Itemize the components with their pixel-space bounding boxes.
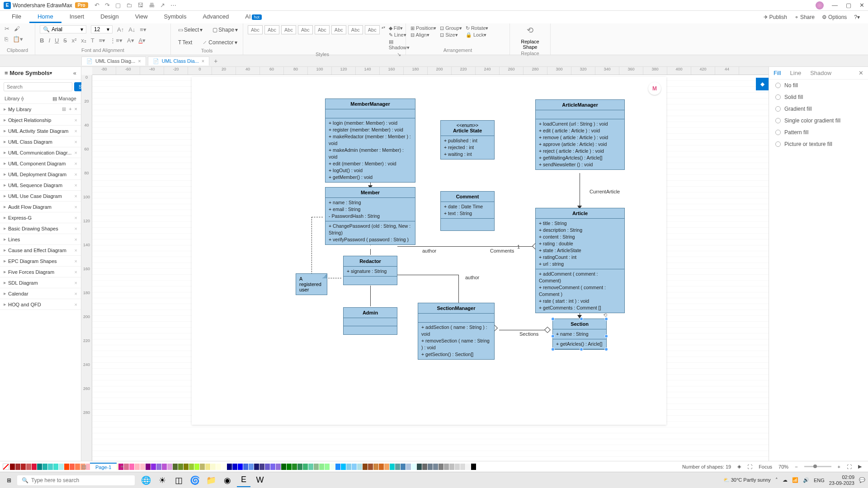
color-swatch[interactable] — [384, 464, 389, 470]
lib-category[interactable]: Calendar — [8, 291, 28, 296]
tray-clock[interactable]: 02:0923-09-2023 — [829, 474, 854, 486]
tray-weather[interactable]: ⛅ 30°C Partly sunny — [723, 477, 771, 483]
color-swatch[interactable] — [227, 464, 232, 470]
radio-icon[interactable] — [775, 130, 781, 135]
user-avatar[interactable] — [816, 1, 824, 9]
color-swatch[interactable] — [417, 464, 422, 470]
color-swatch[interactable] — [140, 464, 145, 470]
lock-menu[interactable]: 🔒 Lock▾ — [466, 32, 488, 38]
app-taskview-icon[interactable]: ◫ — [172, 474, 185, 487]
menu-view[interactable]: View — [127, 11, 156, 23]
color-swatch[interactable] — [37, 464, 42, 470]
color-swatch[interactable] — [173, 464, 178, 470]
tray-up-icon[interactable]: ˄ — [775, 477, 778, 483]
replace-shape-icon[interactable]: ⟲ — [527, 25, 533, 35]
menu-home[interactable]: Home — [29, 11, 61, 23]
bold-icon[interactable]: B — [40, 37, 44, 44]
lib-category[interactable]: HOQ and QFD — [8, 302, 41, 307]
doc-tab-2[interactable]: 📄 UML Class Dia...× — [148, 56, 210, 66]
color-swatch[interactable] — [75, 464, 80, 470]
tray-cloud-icon[interactable]: ☁ — [783, 477, 788, 483]
rotate-handle-icon[interactable]: ⟲ — [603, 312, 607, 318]
color-swatch[interactable] — [373, 464, 378, 470]
presentation-icon[interactable]: ▶ — [858, 464, 862, 469]
color-swatch[interactable] — [259, 464, 264, 470]
color-swatch[interactable] — [433, 464, 438, 470]
dec-font-icon[interactable]: A↓ — [128, 26, 135, 33]
page-tab[interactable]: Page-1 — [90, 463, 117, 471]
color-swatch[interactable] — [319, 464, 324, 470]
save-icon[interactable]: 🖫 — [137, 2, 143, 9]
copy-icon[interactable]: ⎘ — [5, 36, 8, 42]
uml-admin[interactable]: Admin — [343, 307, 397, 335]
color-swatch[interactable] — [48, 464, 53, 470]
bullets-icon[interactable]: ⋮≡▾ — [110, 37, 123, 44]
start-button[interactable]: ⊞ — [3, 474, 15, 487]
cut-icon[interactable]: ✂ — [5, 25, 9, 32]
color-swatch[interactable] — [70, 464, 75, 470]
align-menu-icon[interactable]: ≡▾ — [140, 26, 146, 33]
publish-button[interactable]: ✈ Publish — [764, 14, 787, 20]
fit-icon[interactable]: ⛶ — [747, 464, 752, 469]
color-swatch[interactable] — [341, 464, 346, 470]
italic-icon[interactable]: I — [48, 37, 50, 44]
inc-font-icon[interactable]: A↑ — [117, 26, 124, 33]
lib-category[interactable]: Basic Drawing Shapes — [8, 226, 58, 231]
uml-articlestate[interactable]: <<enum>>Article State + published : int+… — [440, 120, 495, 160]
remove-cat-icon[interactable]: × — [75, 172, 77, 177]
remove-cat-icon[interactable]: × — [75, 258, 77, 264]
lib-category[interactable]: Audit Flow Diagram — [8, 204, 52, 210]
app-chrome-icon[interactable]: ◉ — [221, 474, 234, 487]
color-swatch[interactable] — [10, 464, 15, 470]
radio-icon[interactable] — [775, 94, 781, 100]
minimize-icon[interactable]: — — [832, 2, 838, 9]
underline-icon[interactable]: U — [55, 37, 59, 44]
fill-option[interactable]: Picture or texture fill — [784, 141, 832, 147]
close-tab-icon[interactable]: × — [138, 58, 141, 64]
menu-symbols[interactable]: Symbols — [156, 11, 195, 23]
fill-option[interactable]: Solid fill — [784, 94, 803, 100]
menu-file[interactable]: File — [4, 11, 29, 23]
page-list-icon[interactable]: ▤ — [81, 464, 86, 470]
color-swatch[interactable] — [411, 464, 416, 470]
manage-button[interactable]: ▤ Manage — [52, 96, 76, 102]
radio-icon[interactable] — [775, 141, 781, 147]
align-menu[interactable]: ⊟ Align▾ — [410, 32, 436, 38]
undo-icon[interactable]: ↶ — [94, 2, 99, 9]
color-swatch[interactable] — [335, 464, 340, 470]
close-icon[interactable]: ✕ — [859, 2, 864, 9]
remove-cat-icon[interactable]: × — [75, 226, 77, 231]
color-swatch[interactable] — [189, 464, 194, 470]
uml-membermanager[interactable]: MemberManager + login (member: Member) :… — [325, 99, 415, 183]
rp-tab-shadow[interactable]: Shadow — [810, 70, 831, 76]
lib-category[interactable]: SDL Diagram — [8, 280, 38, 286]
color-swatch[interactable] — [32, 464, 37, 470]
menu-advanced[interactable]: Advanced — [194, 11, 237, 23]
color-swatch[interactable] — [265, 464, 270, 470]
radio-icon[interactable] — [775, 83, 781, 88]
remove-cat-icon[interactable]: × — [75, 237, 77, 242]
color-swatch[interactable] — [428, 464, 433, 470]
nocolor-swatch[interactable] — [3, 464, 9, 470]
color-swatch[interactable] — [135, 464, 140, 470]
taskbar-search[interactable]: 🔍 — [17, 475, 135, 485]
rotate-menu[interactable]: ↻ Rotate▾ — [466, 25, 488, 31]
color-swatch[interactable] — [303, 464, 308, 470]
color-swatch[interactable] — [53, 464, 58, 470]
group-menu[interactable]: ⊡ Group▾ — [440, 25, 462, 31]
color-swatch[interactable] — [232, 464, 237, 470]
menu-ai[interactable]: AIhot — [237, 11, 270, 23]
tray-notif-icon[interactable]: 💬 — [859, 477, 865, 483]
remove-cat-icon[interactable]: × — [75, 139, 77, 145]
connector-tool[interactable]: ⟋ Connector▾ — [199, 38, 240, 47]
color-swatch[interactable] — [200, 464, 205, 470]
color-swatch[interactable] — [352, 464, 357, 470]
uml-articlemanager[interactable]: ArticleManager + loadCurrent (url : Stri… — [535, 99, 625, 170]
remove-cat-icon[interactable]: × — [75, 204, 77, 210]
rp-tab-fill[interactable]: Fill — [774, 70, 781, 76]
layers-icon[interactable]: ◈ — [737, 464, 741, 469]
help-icon[interactable]: ?▾ — [854, 14, 860, 20]
color-swatch[interactable] — [124, 464, 129, 470]
remove-cat-icon[interactable]: × — [75, 302, 77, 307]
color-swatch[interactable] — [455, 464, 460, 470]
